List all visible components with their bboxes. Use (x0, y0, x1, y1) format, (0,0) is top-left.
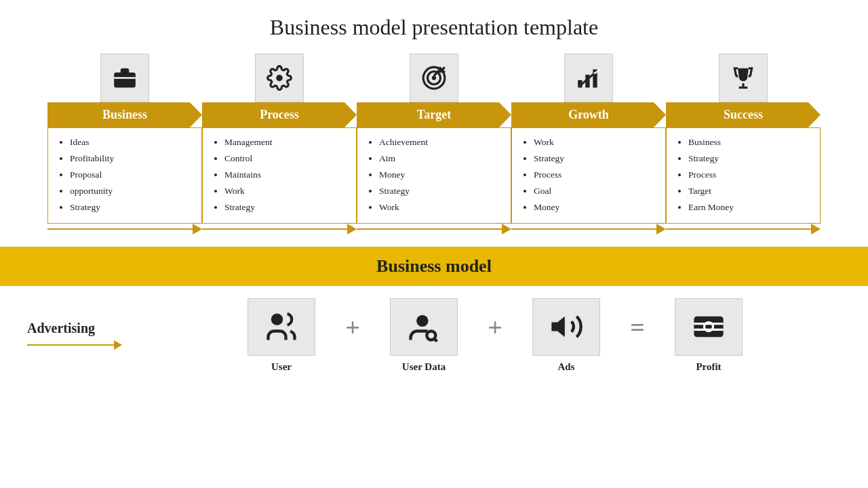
bottom-item-user: User (231, 298, 332, 373)
list-item: Aim (379, 151, 502, 167)
middle-banner: Business model (0, 247, 868, 286)
bottom-section: Advertising User + User Data + (0, 286, 868, 373)
bottom-label-user: User (271, 361, 292, 373)
advertising-area: Advertising (27, 321, 149, 350)
arrow-label-success: Success (666, 102, 821, 127)
list-item: opportunity (70, 184, 193, 199)
megaphone-icon (532, 298, 600, 356)
list-item: Ideas (70, 135, 193, 150)
arrow-label-process: Process (202, 102, 357, 127)
svg-point-3 (276, 75, 283, 81)
arrow-bottom-business (47, 224, 202, 235)
operator-2: = (617, 314, 658, 357)
list-item: Proposal (70, 167, 193, 183)
svg-rect-20 (694, 317, 723, 337)
arrow-card-business: Business IdeasProfitabilityProposaloppor… (47, 54, 202, 235)
svg-point-6 (432, 76, 436, 80)
list-item: Control (224, 151, 348, 167)
list-item: Strategy (70, 200, 193, 216)
gear-icon (255, 54, 304, 102)
trophy-icon (719, 54, 768, 102)
money-icon (675, 298, 743, 356)
list-item: Goal (534, 184, 657, 199)
list-item: Business (688, 135, 812, 150)
list-item: Strategy (534, 151, 657, 167)
list-item: Management (224, 135, 348, 150)
users-icon (248, 298, 315, 356)
user-search-icon (390, 298, 458, 356)
list-item: Maintains (224, 167, 348, 183)
chart-icon (564, 54, 613, 102)
list-item: Achievement (379, 135, 502, 150)
svg-point-15 (271, 314, 283, 325)
svg-line-18 (434, 339, 437, 342)
briefcase-icon (100, 54, 149, 102)
bottom-label-profit: Profit (696, 361, 721, 373)
bottom-label-user-data: User Data (402, 361, 446, 373)
list-item: Work (224, 184, 348, 199)
arrow-label-business: Business (47, 102, 202, 127)
bottom-items-row: User + User Data + Ads = Profit (149, 298, 841, 373)
bottom-item-profit: Profit (658, 298, 760, 373)
list-item: Profitability (70, 151, 193, 167)
list-item: Work (534, 135, 657, 150)
list-item: Strategy (688, 151, 812, 167)
bullet-box-success: BusinessStrategyProcessTargetEarn Money (666, 127, 821, 224)
list-item: Target (688, 184, 812, 199)
arrow-bottom-process (202, 224, 357, 235)
list-item: Process (534, 167, 657, 183)
arrow-bottom-target (357, 224, 511, 235)
bullet-box-process: ManagementControlMaintainsWorkStrategy (202, 127, 357, 224)
arrow-card-process: Process ManagementControlMaintainsWorkSt… (202, 54, 357, 235)
arrow-label-target: Target (357, 102, 511, 127)
list-item: Strategy (379, 184, 502, 199)
bullet-box-growth: WorkStrategyProcessGoalMoney (511, 127, 666, 224)
page-title: Business model presentation template (0, 0, 868, 47)
advertising-label: Advertising (27, 321, 95, 336)
list-item: Money (379, 167, 502, 183)
bullet-box-target: AchievementAimMoneyStrategyWork (357, 127, 511, 224)
arrow-flow: Business IdeasProfitabilityProposaloppor… (0, 47, 868, 235)
svg-point-17 (427, 331, 435, 340)
svg-marker-19 (551, 317, 565, 337)
svg-point-16 (416, 315, 428, 327)
bullet-box-business: IdeasProfitabilityProposalopportunityStr… (47, 127, 202, 224)
svg-rect-0 (114, 73, 136, 87)
bottom-label-ads: Ads (557, 361, 574, 373)
arrow-bottom-growth (511, 224, 666, 235)
arrow-card-target: Target AchievementAimMoneyStrategyWork (357, 54, 511, 235)
target-icon (410, 54, 458, 102)
arrow-label-growth: Growth (511, 102, 666, 127)
arrow-bottom-success (666, 224, 821, 235)
list-item: Work (379, 200, 502, 216)
list-item: Process (688, 167, 812, 183)
arrow-card-success: Success BusinessStrategyProcessTargetEar… (666, 54, 821, 235)
operator-1: + (475, 314, 515, 357)
advertising-arrow (27, 340, 122, 350)
operator-0: + (332, 314, 373, 357)
arrow-card-growth: Growth WorkStrategyProcessGoalMoney (511, 54, 666, 235)
bottom-item-ads: Ads (515, 298, 617, 373)
list-item: Earn Money (688, 200, 812, 216)
list-item: Strategy (224, 200, 348, 216)
list-item: Money (534, 200, 657, 216)
bottom-item-user-data: User Data (373, 298, 475, 373)
